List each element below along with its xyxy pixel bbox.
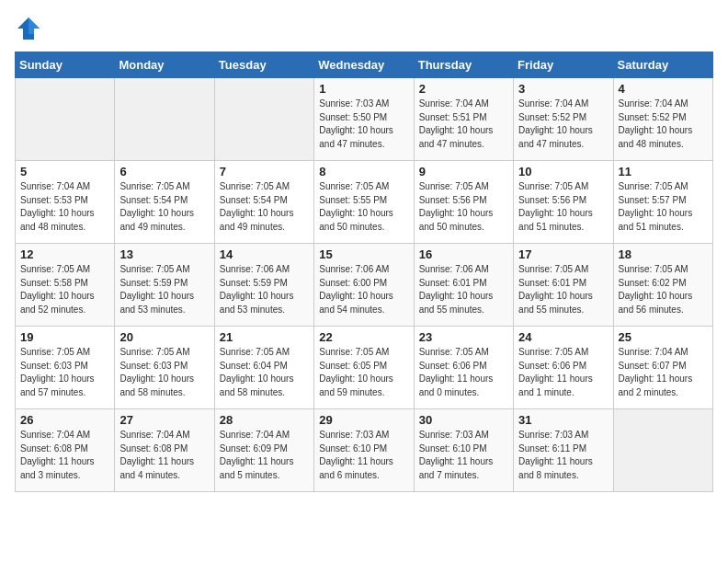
- day-number: 19: [20, 330, 109, 344]
- day-number: 13: [119, 247, 209, 261]
- table-cell: 18Sunrise: 7:05 AMSunset: 6:02 PMDayligh…: [613, 244, 712, 327]
- day-info: Sunrise: 7:06 AMSunset: 6:00 PMDaylight:…: [319, 263, 408, 316]
- day-info: Sunrise: 7:03 AMSunset: 6:10 PMDaylight:…: [419, 429, 508, 482]
- table-cell: 11Sunrise: 7:05 AMSunset: 5:57 PMDayligh…: [613, 161, 712, 244]
- day-info: Sunrise: 7:05 AMSunset: 5:56 PMDaylight:…: [419, 180, 508, 234]
- day-number: 27: [119, 413, 209, 427]
- day-number: 11: [619, 165, 708, 178]
- calendar-table: SundayMondayTuesdayWednesdayThursdayFrid…: [15, 52, 713, 492]
- day-info: Sunrise: 7:04 AMSunset: 6:08 PMDaylight:…: [119, 429, 209, 482]
- day-info: Sunrise: 7:04 AMSunset: 5:52 PMDaylight:…: [518, 98, 608, 151]
- day-number: 17: [518, 247, 608, 261]
- day-info: Sunrise: 7:04 AMSunset: 6:08 PMDaylight:…: [20, 429, 109, 482]
- day-info: Sunrise: 7:05 AMSunset: 6:01 PMDaylight:…: [518, 263, 608, 316]
- table-cell: 10Sunrise: 7:05 AMSunset: 5:56 PMDayligh…: [514, 161, 613, 244]
- table-cell: 30Sunrise: 7:03 AMSunset: 6:10 PMDayligh…: [414, 409, 513, 492]
- day-info: Sunrise: 7:05 AMSunset: 6:03 PMDaylight:…: [119, 346, 209, 399]
- day-number: 3: [518, 82, 608, 96]
- day-info: Sunrise: 7:04 AMSunset: 5:51 PMDaylight:…: [419, 98, 508, 151]
- table-cell: 9Sunrise: 7:05 AMSunset: 5:56 PMDaylight…: [414, 161, 513, 244]
- day-info: Sunrise: 7:05 AMSunset: 5:54 PMDaylight:…: [119, 180, 209, 234]
- table-cell: 27Sunrise: 7:04 AMSunset: 6:08 PMDayligh…: [115, 409, 214, 492]
- day-number: 21: [220, 330, 309, 344]
- day-number: 14: [220, 247, 309, 261]
- day-info: Sunrise: 7:05 AMSunset: 5:58 PMDaylight:…: [20, 263, 109, 316]
- table-cell: 23Sunrise: 7:05 AMSunset: 6:06 PMDayligh…: [414, 327, 513, 409]
- table-cell: 12Sunrise: 7:05 AMSunset: 5:58 PMDayligh…: [16, 244, 115, 327]
- table-cell: [16, 78, 115, 161]
- week-row-2: 5Sunrise: 7:04 AMSunset: 5:53 PMDaylight…: [16, 161, 713, 244]
- table-cell: 1Sunrise: 7:03 AMSunset: 5:50 PMDaylight…: [314, 78, 414, 161]
- day-number: 31: [518, 413, 608, 427]
- logo: [15, 15, 46, 42]
- day-number: 6: [119, 165, 209, 178]
- table-cell: 15Sunrise: 7:06 AMSunset: 6:00 PMDayligh…: [314, 244, 414, 327]
- table-cell: 31Sunrise: 7:03 AMSunset: 6:11 PMDayligh…: [514, 409, 613, 492]
- day-info: Sunrise: 7:04 AMSunset: 5:52 PMDaylight:…: [619, 98, 708, 151]
- table-cell: 28Sunrise: 7:04 AMSunset: 6:09 PMDayligh…: [214, 409, 313, 492]
- day-info: Sunrise: 7:05 AMSunset: 6:04 PMDaylight:…: [220, 346, 309, 399]
- day-number: 5: [20, 165, 109, 178]
- header-sunday: Sunday: [16, 52, 115, 78]
- table-cell: 17Sunrise: 7:05 AMSunset: 6:01 PMDayligh…: [514, 244, 613, 327]
- day-info: Sunrise: 7:03 AMSunset: 5:50 PMDaylight:…: [319, 98, 408, 151]
- week-row-3: 12Sunrise: 7:05 AMSunset: 5:58 PMDayligh…: [16, 244, 713, 327]
- day-number: 2: [419, 82, 508, 96]
- day-number: 28: [220, 413, 309, 427]
- header-saturday: Saturday: [613, 52, 712, 78]
- day-info: Sunrise: 7:04 AMSunset: 6:09 PMDaylight:…: [220, 429, 309, 482]
- table-cell: 13Sunrise: 7:05 AMSunset: 5:59 PMDayligh…: [115, 244, 214, 327]
- table-cell: 22Sunrise: 7:05 AMSunset: 6:05 PMDayligh…: [314, 327, 414, 409]
- header-tuesday: Tuesday: [214, 52, 313, 78]
- day-number: 12: [20, 247, 109, 261]
- header-wednesday: Wednesday: [314, 52, 414, 78]
- table-cell: [613, 409, 712, 492]
- day-info: Sunrise: 7:05 AMSunset: 5:56 PMDaylight:…: [518, 180, 608, 234]
- table-cell: 2Sunrise: 7:04 AMSunset: 5:51 PMDaylight…: [414, 78, 513, 161]
- day-number: 16: [419, 247, 508, 261]
- day-number: 18: [619, 247, 708, 261]
- day-info: Sunrise: 7:04 AMSunset: 6:07 PMDaylight:…: [619, 346, 708, 399]
- table-cell: 16Sunrise: 7:06 AMSunset: 6:01 PMDayligh…: [414, 244, 513, 327]
- day-info: Sunrise: 7:03 AMSunset: 6:11 PMDaylight:…: [518, 429, 608, 482]
- table-cell: 24Sunrise: 7:05 AMSunset: 6:06 PMDayligh…: [514, 327, 613, 409]
- table-cell: 14Sunrise: 7:06 AMSunset: 5:59 PMDayligh…: [214, 244, 313, 327]
- table-cell: 20Sunrise: 7:05 AMSunset: 6:03 PMDayligh…: [115, 327, 214, 409]
- day-number: 7: [220, 165, 309, 178]
- day-number: 29: [319, 413, 408, 427]
- day-number: 30: [419, 413, 508, 427]
- table-cell: 5Sunrise: 7:04 AMSunset: 5:53 PMDaylight…: [16, 161, 115, 244]
- day-info: Sunrise: 7:05 AMSunset: 6:06 PMDaylight:…: [419, 346, 508, 399]
- table-cell: 7Sunrise: 7:05 AMSunset: 5:54 PMDaylight…: [214, 161, 313, 244]
- header-monday: Monday: [115, 52, 214, 78]
- day-info: Sunrise: 7:05 AMSunset: 6:03 PMDaylight:…: [20, 346, 109, 399]
- day-number: 22: [319, 330, 408, 344]
- table-cell: 6Sunrise: 7:05 AMSunset: 5:54 PMDaylight…: [115, 161, 214, 244]
- day-info: Sunrise: 7:05 AMSunset: 6:05 PMDaylight:…: [319, 346, 408, 399]
- logo-icon: [15, 15, 42, 42]
- header-thursday: Thursday: [414, 52, 513, 78]
- day-info: Sunrise: 7:04 AMSunset: 5:53 PMDaylight:…: [20, 180, 109, 234]
- day-info: Sunrise: 7:03 AMSunset: 6:10 PMDaylight:…: [319, 429, 408, 482]
- day-number: 26: [20, 413, 109, 427]
- day-info: Sunrise: 7:05 AMSunset: 6:06 PMDaylight:…: [518, 346, 608, 399]
- day-number: 4: [619, 82, 708, 96]
- day-number: 9: [419, 165, 508, 178]
- table-cell: 3Sunrise: 7:04 AMSunset: 5:52 PMDaylight…: [514, 78, 613, 161]
- day-number: 1: [319, 82, 408, 96]
- week-row-5: 26Sunrise: 7:04 AMSunset: 6:08 PMDayligh…: [16, 409, 713, 492]
- table-cell: 4Sunrise: 7:04 AMSunset: 5:52 PMDaylight…: [613, 78, 712, 161]
- day-number: 20: [119, 330, 209, 344]
- day-number: 8: [319, 165, 408, 178]
- day-number: 15: [319, 247, 408, 261]
- day-info: Sunrise: 7:05 AMSunset: 5:55 PMDaylight:…: [319, 180, 408, 234]
- day-info: Sunrise: 7:05 AMSunset: 5:57 PMDaylight:…: [619, 180, 708, 234]
- day-number: 24: [518, 330, 608, 344]
- table-cell: 19Sunrise: 7:05 AMSunset: 6:03 PMDayligh…: [16, 327, 115, 409]
- table-cell: 29Sunrise: 7:03 AMSunset: 6:10 PMDayligh…: [314, 409, 414, 492]
- day-info: Sunrise: 7:05 AMSunset: 5:59 PMDaylight:…: [119, 263, 209, 316]
- table-cell: [115, 78, 214, 161]
- day-number: 25: [619, 330, 708, 344]
- day-info: Sunrise: 7:06 AMSunset: 5:59 PMDaylight:…: [220, 263, 309, 316]
- table-cell: 26Sunrise: 7:04 AMSunset: 6:08 PMDayligh…: [16, 409, 115, 492]
